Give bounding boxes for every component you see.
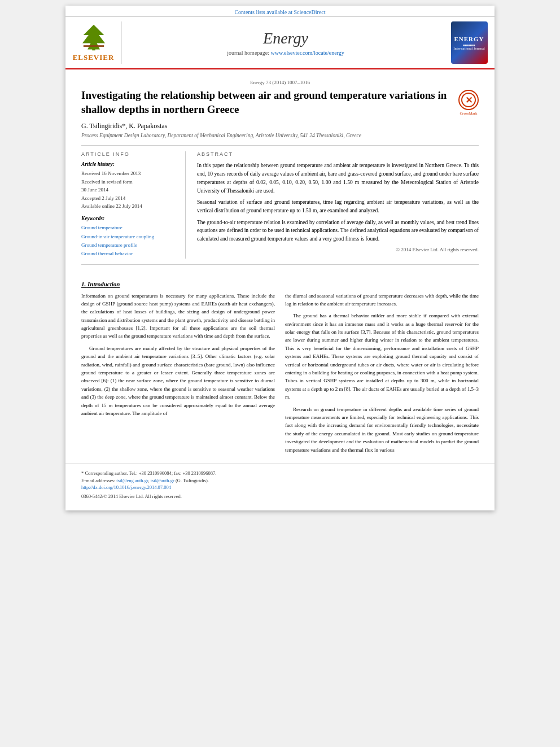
abstract-para-1: In this paper the relationship between g… [197, 161, 479, 195]
footnote-star: * Corresponding author. Tel.: +30 231099… [81, 470, 479, 477]
article-content: Energy 73 (2014) 1007–1016 ✕ CrossMark I… [65, 69, 495, 281]
keyword-2: Ground-in-air temperature coupling [81, 233, 177, 241]
abstract-heading: ABSTRACT [197, 151, 479, 157]
sciencedirect-label: Contents lists available at ScienceDirec… [234, 9, 325, 15]
section1-label: Introduction [88, 281, 120, 287]
email-link-1[interactable]: tsil@eng.auth.gr [116, 478, 148, 483]
body-text-left: Information on ground temperatures is ne… [81, 292, 275, 418]
article-history-title: Article history: [81, 161, 177, 167]
article-page: Contents lists available at ScienceDirec… [65, 6, 495, 510]
body-col-left: Information on ground temperatures is ne… [81, 292, 275, 458]
history-item-3: 30 June 2014 [81, 186, 177, 194]
history-item-2: Received in revised form [81, 178, 177, 186]
svg-rect-2 [83, 45, 103, 47]
intro-para-r3: Research on ground temperature in differ… [285, 405, 479, 454]
elsevier-tree-icon [77, 24, 111, 52]
footnote-section: * Corresponding author. Tel.: +30 231099… [65, 464, 495, 499]
crossmark-circle: ✕ [458, 90, 479, 110]
journal-name: Energy [263, 29, 308, 47]
svg-text:✕: ✕ [465, 95, 473, 105]
intro-para-1: Information on ground temperatures is ne… [81, 292, 275, 340]
energy-logo-box: ENERGY ■■■■■■ International Journal [449, 21, 489, 64]
history-item-5: Available online 22 July 2014 [81, 202, 177, 210]
divider-1 [81, 145, 479, 146]
history-item-1: Received 16 November 2013 [81, 169, 177, 177]
keyword-4: Ground thermal behavior [81, 250, 177, 258]
body-col-right: the diurnal and seasonal variations of g… [285, 292, 479, 458]
body-two-columns: Information on ground temperatures is ne… [81, 292, 479, 458]
article-title-block: ✕ CrossMark Investigating the relationsh… [81, 89, 479, 116]
doi-line: Energy 73 (2014) 1007–1016 [81, 80, 479, 85]
article-info-abstract: ARTICLE INFO Article history: Received 1… [81, 151, 479, 258]
abstract-para-2: Seasonal variation of surface and ground… [197, 198, 479, 215]
body-text-right: the diurnal and seasonal variations of g… [285, 292, 479, 454]
abstract-text: In this paper the relationship between g… [197, 161, 479, 243]
intro-para-r1: the diurnal and seasonal variations of g… [285, 292, 479, 308]
affiliation-line: Process Equipment Design Laboratory, Dep… [81, 133, 479, 138]
intro-para-2: Ground temperatures are mainly affected … [81, 344, 275, 418]
keyword-3: Ground temperature profile [81, 241, 177, 250]
article-info-heading: ARTICLE INFO [81, 151, 177, 157]
copyright-line: © 2014 Elsevier Ltd. All rights reserved… [197, 247, 479, 252]
divider-2 [81, 264, 479, 265]
journal-top-bar: Contents lists available at ScienceDirec… [65, 6, 495, 17]
keywords-title: Keywords: [81, 216, 177, 221]
energy-logo-image: ENERGY ■■■■■■ International Journal [451, 21, 488, 64]
keyword-1: Ground temperature [81, 224, 177, 232]
section1-number: 1. [81, 281, 86, 287]
abstract-para-3: The ground-to-air temperature relation i… [197, 219, 479, 243]
crossmark-badge: ✕ CrossMark [458, 90, 479, 116]
body-section: 1. Introduction Information on ground te… [65, 281, 495, 458]
authors-line: G. Tsilingiridis*, K. Papakostas [81, 122, 479, 130]
doi-link-line: http://dx.doi.org/10.1016/j.energy.2014.… [81, 484, 479, 491]
intro-para-r2: The ground has a thermal behavior milder… [285, 312, 479, 401]
doi-link[interactable]: http://dx.doi.org/10.1016/j.energy.2014.… [81, 484, 171, 490]
article-info-col: ARTICLE INFO Article history: Received 1… [81, 151, 186, 258]
journal-header: ELSEVIER Energy journal homepage: www.el… [65, 17, 495, 69]
abstract-col: ABSTRACT In this paper the relationship … [197, 151, 479, 258]
author-names: G. Tsilingiridis*, K. Papakostas [81, 122, 167, 130]
section1-title: 1. Introduction [81, 281, 479, 287]
journal-center: Energy journal homepage: www.elsevier.co… [128, 21, 444, 64]
article-title: Investigating the relationship between a… [81, 89, 479, 116]
history-item-4: Accepted 2 July 2014 [81, 194, 177, 202]
journal-homepage: journal homepage: www.elsevier.com/locat… [227, 50, 344, 56]
footnote-email: E-mail addresses: tsil@eng.auth.gr, tsil… [81, 477, 479, 484]
issn-line: 0360-5442/© 2014 Elsevier Ltd. All right… [81, 493, 479, 499]
sciencedirect-link[interactable]: ScienceDirect [294, 9, 325, 15]
email-link-2[interactable]: tsil@auth.gr [151, 478, 174, 483]
journal-homepage-link[interactable]: www.elsevier.com/locate/energy [270, 50, 344, 56]
elsevier-text: ELSEVIER [73, 53, 115, 62]
crossmark-icon: ✕ [461, 92, 476, 108]
elsevier-logo: ELSEVIER [71, 21, 122, 64]
